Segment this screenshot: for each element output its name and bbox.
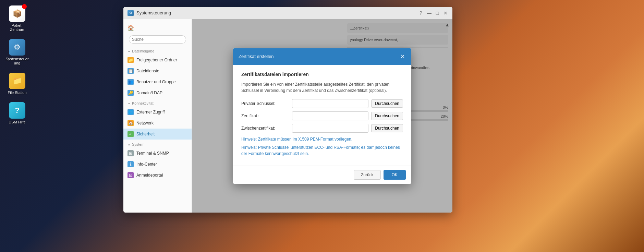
sidebar-item-terminal-snmp[interactable]: ⊞ Terminal & SNMP xyxy=(123,148,192,159)
sidebar-item-info-center[interactable]: ℹ Info-Center xyxy=(123,159,192,170)
modal-outer-title: Zertifikat erstellen xyxy=(239,54,274,59)
dateidienste-label: Dateidienste xyxy=(136,69,159,73)
form-row-zwischenzertifikat: Zwischenzertifikat: Durchsuchen xyxy=(241,124,403,133)
back-button[interactable]: Zurück xyxy=(354,170,381,180)
sidebar-section-dateifreigabe: ▲ Dateifreigabe 📁 Freigegebener Ordner 📋… xyxy=(123,48,192,98)
modal-overlay: Zertifikat erstellen ✕ Zertifikatsdateie… xyxy=(192,19,452,213)
label-zwischenzertifikat: Zwischenzertifikat: xyxy=(241,126,289,131)
anmeldeportal-label: Anmeldeportal xyxy=(136,173,163,178)
domain-ldap-icon: 🔑 xyxy=(127,90,134,96)
modal-footer: Zurück OK xyxy=(233,166,411,184)
systemsteuerung-icon: ⚙ xyxy=(9,39,25,56)
window-title-icon: ⚙ xyxy=(127,10,134,16)
sidebar-section-konnektivitaet: ▲ Konnektivität 🌐 Externer Zugriff 🏠 Net… xyxy=(123,100,192,140)
ok-button[interactable]: OK xyxy=(384,170,406,180)
externer-zugriff-label: Externer Zugriff xyxy=(136,110,165,115)
chevron-icon: ▲ xyxy=(127,49,131,53)
info-center-label: Info-Center xyxy=(136,162,157,167)
browse-btn-zwischenzertifikat[interactable]: Durchsuchen xyxy=(371,124,403,132)
search-input[interactable] xyxy=(129,35,186,44)
benutzer-gruppe-icon: 👥 xyxy=(127,79,134,85)
desktop-icons: 📦 Paket- Zentrum ⚙ Systemsteuerung 📁 Fil… xyxy=(3,3,31,126)
anmeldeportal-icon: ⊡ xyxy=(127,172,134,178)
sidebar-item-externer-zugriff[interactable]: 🌐 Externer Zugriff xyxy=(123,107,192,118)
notification-badge xyxy=(22,4,27,9)
section-header-system: ▲ System xyxy=(123,141,192,148)
window-title-text: Systemsteuerung xyxy=(136,10,171,15)
section-label-system: System xyxy=(132,142,145,146)
file-station-icon: 📁 xyxy=(9,73,25,89)
freigegebener-ordner-icon: 📁 xyxy=(127,57,134,63)
file-station-label: File Station xyxy=(8,91,26,95)
input-zwischenzertifikat[interactable] xyxy=(292,124,368,133)
chevron-icon-3: ▲ xyxy=(127,143,131,146)
window-title-left: ⚙ Systemsteuerung xyxy=(127,10,171,16)
desktop: 📦 Paket- Zentrum ⚙ Systemsteuerung 📁 Fil… xyxy=(0,0,644,252)
section-header-dateifreigabe: ▲ Dateifreigabe xyxy=(123,48,192,55)
hint-text-1: Hinweis: Zertifikate müssen im X.509 PEM… xyxy=(241,136,403,142)
window-body: 🏠 ▲ Dateifreigabe 📁 Freigegebener Ordner xyxy=(123,19,452,213)
window-titlebar: ⚙ Systemsteuerung ? — □ ✕ xyxy=(123,7,452,19)
desktop-icon-dsm-hilfe[interactable]: ? DSM Hilfe xyxy=(3,100,31,126)
sicherheit-icon: ✓ xyxy=(127,131,134,137)
section-header-konnektivitaet: ▲ Konnektivität xyxy=(123,100,192,107)
sidebar-item-domain-ldap[interactable]: 🔑 Domain/LDAP xyxy=(123,87,192,98)
netzwerk-icon: 🏠 xyxy=(127,120,134,126)
modal-subtitle: Zertifikatsdateien importieren xyxy=(241,72,403,77)
browse-btn-zertifikat[interactable]: Durchsuchen xyxy=(371,112,403,120)
help-button[interactable]: ? xyxy=(418,10,424,16)
modal-zertifikat: Zertifikat erstellen ✕ Zertifikatsdateie… xyxy=(233,48,411,184)
modal-close-button[interactable]: ✕ xyxy=(399,53,406,60)
netzwerk-label: Netzwerk xyxy=(136,121,154,125)
maximize-button[interactable]: □ xyxy=(435,10,440,16)
section-label-konnektivitaet: Konnektivität xyxy=(132,101,154,105)
sidebar: 🏠 ▲ Dateifreigabe 📁 Freigegebener Ordner xyxy=(123,19,192,213)
form-row-zertifikat: Zertifikat : Durchsuchen xyxy=(241,111,403,120)
close-button[interactable]: ✕ xyxy=(443,10,448,16)
systemsteuerung-label: Systemsteuerung xyxy=(5,57,29,65)
desktop-icon-paket-zentrum[interactable]: 📦 Paket- Zentrum xyxy=(3,3,31,34)
search-box xyxy=(126,34,189,45)
sicherheit-label: Sicherheit xyxy=(136,132,155,136)
systemsteuerung-window: ⚙ Systemsteuerung ? — □ ✕ 🏠 xyxy=(123,7,452,213)
modal-description: Importieren Sie ein von einer Zertifikat… xyxy=(241,81,403,94)
main-content: ▲ ...Zertifikat) ynology Drive erver-dov… xyxy=(192,19,452,213)
modal-header: Zertifikat erstellen ✕ xyxy=(233,48,411,65)
window-controls: ? — □ ✕ xyxy=(418,10,448,16)
section-label-dateifreigabe: Dateifreigabe xyxy=(132,49,154,53)
benutzer-gruppe-label: Benutzer und Gruppe xyxy=(136,80,176,84)
input-privater-schluessel[interactable] xyxy=(292,99,368,108)
dsm-hilfe-icon: ? xyxy=(9,102,25,119)
browse-btn-privater-schluessel[interactable]: Durchsuchen xyxy=(371,99,403,108)
externer-zugriff-icon: 🌐 xyxy=(127,109,134,115)
sidebar-item-sicherheit[interactable]: ✓ Sicherheit xyxy=(123,129,192,140)
form-row-privater-schluessel: Privater Schlüssel: Durchsuchen xyxy=(241,99,403,108)
paket-zentrum-label: Paket- Zentrum xyxy=(5,23,29,32)
sidebar-home-btn[interactable]: 🏠 xyxy=(123,22,192,34)
home-icon: 🏠 xyxy=(127,25,134,31)
input-zertifikat[interactable] xyxy=(292,111,368,120)
label-privater-schluessel: Privater Schlüssel: xyxy=(241,101,289,106)
paket-zentrum-icon: 📦 xyxy=(9,5,25,22)
sidebar-item-freigegebener-ordner[interactable]: 📁 Freigegebener Ordner xyxy=(123,55,192,65)
dsm-hilfe-label: DSM Hilfe xyxy=(9,120,26,124)
sidebar-item-netzwerk[interactable]: 🏠 Netzwerk xyxy=(123,118,192,129)
dateidienste-icon: 📋 xyxy=(127,68,134,74)
modal-body: Zertifikatsdateien importieren Importier… xyxy=(233,65,411,166)
sidebar-item-dateidienste[interactable]: 📋 Dateidienste xyxy=(123,65,192,76)
desktop-icon-file-station[interactable]: 📁 File Station xyxy=(3,71,31,97)
terminal-icon: ⊞ xyxy=(127,150,134,156)
info-center-icon: ℹ xyxy=(127,161,134,167)
terminal-snmp-label: Terminal & SNMP xyxy=(136,151,169,156)
minimize-button[interactable]: — xyxy=(426,10,432,16)
desktop-icon-systemsteuerung[interactable]: ⚙ Systemsteuerung xyxy=(3,37,31,67)
sidebar-section-system: ▲ System ⊞ Terminal & SNMP ℹ Info-Center… xyxy=(123,141,192,181)
domain-ldap-label: Domain/LDAP xyxy=(136,91,162,95)
sidebar-item-anmeldeportal[interactable]: ⊡ Anmeldeportal xyxy=(123,170,192,181)
freigegebener-ordner-label: Freigegebener Ordner xyxy=(136,58,177,62)
sidebar-item-benutzer-gruppe[interactable]: 👥 Benutzer und Gruppe xyxy=(123,76,192,87)
label-zertifikat: Zertifikat : xyxy=(241,113,289,118)
chevron-icon-2: ▲ xyxy=(127,101,131,105)
hint-text-2: Hinweis: Private Schlüssel unterstützen … xyxy=(241,144,403,157)
